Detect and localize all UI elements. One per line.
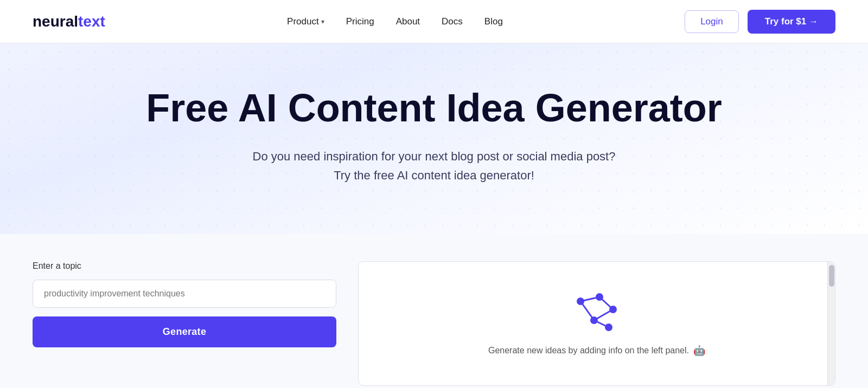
svg-line-8 — [594, 320, 609, 327]
right-panel-message: Generate new ideas by adding info on the… — [488, 345, 705, 357]
hero-section: Free AI Content Idea Generator Do you ne… — [0, 43, 868, 234]
hero-subtitle: Do you need inspiration for your next bl… — [22, 147, 846, 185]
scrollbar-track[interactable] — [827, 262, 835, 385]
logo-text: text — [78, 13, 105, 30]
nav-item-pricing[interactable]: Pricing — [346, 16, 374, 27]
neural-icon — [570, 290, 624, 336]
try-button[interactable]: Try for $1 → — [748, 10, 835, 34]
input-label: Enter a topic — [33, 261, 336, 271]
topic-input[interactable] — [33, 280, 336, 308]
svg-line-7 — [594, 309, 613, 320]
svg-line-6 — [599, 297, 613, 309]
right-panel: Generate new ideas by adding info on the… — [358, 261, 835, 386]
product-chevron-icon: ▾ — [321, 18, 324, 25]
hero-title: Free AI Content Idea Generator — [22, 87, 846, 130]
nav-item-about[interactable]: About — [396, 16, 420, 27]
nav-item-product[interactable]: Product ▾ — [287, 16, 324, 27]
logo[interactable]: neuraltext — [33, 13, 105, 30]
header-actions: Login Try for $1 → — [685, 10, 835, 34]
header: neuraltext Product ▾ Pricing About Docs … — [0, 0, 868, 43]
left-panel: Enter a topic Generate — [33, 261, 336, 347]
svg-line-9 — [580, 301, 594, 320]
nav-item-blog[interactable]: Blog — [484, 16, 503, 27]
bottom-section: Enter a topic Generate Generate n — [0, 234, 868, 388]
main-nav: Product ▾ Pricing About Docs Blog — [287, 16, 503, 27]
generate-button[interactable]: Generate — [33, 316, 336, 347]
robot-emoji-icon: 🤖 — [693, 345, 705, 357]
scrollbar-thumb[interactable] — [829, 265, 834, 287]
login-button[interactable]: Login — [685, 10, 739, 33]
logo-neural: neural — [33, 13, 78, 30]
nav-item-docs[interactable]: Docs — [442, 16, 463, 27]
